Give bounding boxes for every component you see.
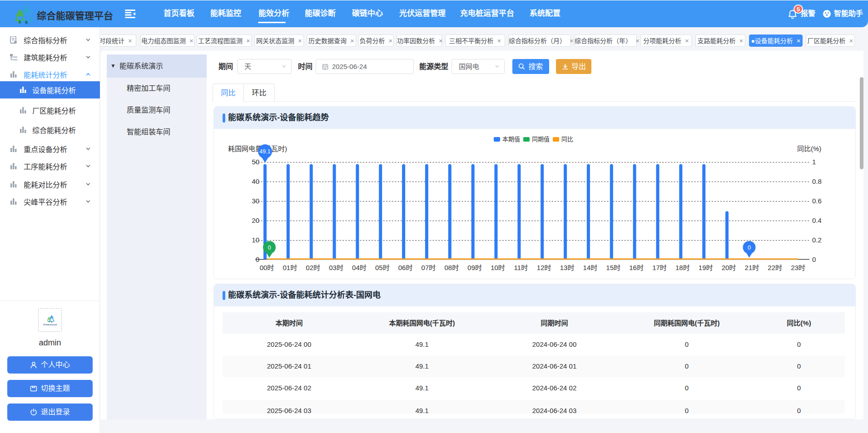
svg-text:20: 20: [252, 216, 259, 224]
svg-text:同期值: 同期值: [532, 136, 550, 143]
svg-text:10: 10: [252, 236, 259, 244]
svg-text:20时: 20时: [722, 264, 736, 271]
svg-text:0.4: 0.4: [812, 216, 822, 224]
svg-text:09时: 09时: [467, 264, 482, 271]
svg-text:0: 0: [268, 244, 271, 251]
svg-text:0.6: 0.6: [812, 197, 822, 205]
svg-text:08时: 08时: [444, 264, 459, 271]
svg-text:03时: 03时: [329, 264, 343, 271]
svg-text:49.1: 49.1: [259, 148, 270, 155]
svg-text:21时: 21时: [745, 264, 759, 271]
svg-text:19时: 19时: [699, 264, 713, 271]
svg-text:12时: 12时: [537, 264, 551, 271]
svg-text:0.8: 0.8: [812, 177, 822, 185]
svg-text:0: 0: [812, 256, 816, 263]
svg-text:0.2: 0.2: [812, 236, 822, 244]
svg-text:10时: 10时: [491, 264, 505, 271]
svg-text:40: 40: [252, 177, 259, 185]
svg-text:30: 30: [252, 197, 259, 205]
svg-text:0: 0: [256, 256, 259, 263]
svg-text:50: 50: [252, 158, 259, 166]
svg-text:同比: 同比: [561, 136, 573, 143]
svg-text:22时: 22时: [768, 264, 782, 271]
svg-text:00时: 00时: [260, 264, 274, 271]
svg-text:23时: 23时: [791, 264, 805, 271]
svg-text:13时: 13时: [560, 264, 575, 271]
svg-text:14时: 14时: [583, 264, 598, 271]
svg-text:耗国网电量(千瓦时): 耗国网电量(千瓦时): [228, 145, 287, 153]
svg-text:1: 1: [812, 158, 816, 166]
svg-text:11时: 11时: [514, 264, 528, 271]
svg-text:18时: 18时: [675, 264, 690, 271]
svg-text:06时: 06时: [398, 264, 413, 271]
svg-text:17时: 17时: [652, 264, 667, 271]
svg-text:15时: 15时: [606, 264, 620, 271]
svg-text:02时: 02时: [306, 264, 320, 271]
svg-text:01时: 01时: [283, 264, 297, 271]
svg-text:本期值: 本期值: [502, 136, 520, 143]
svg-text:0: 0: [748, 244, 751, 251]
svg-text:同比(%): 同比(%): [797, 145, 821, 153]
svg-text:07时: 07时: [422, 264, 436, 271]
svg-text:05时: 05时: [375, 264, 390, 271]
svg-text:16时: 16时: [629, 264, 644, 271]
svg-text:04时: 04时: [352, 264, 367, 271]
